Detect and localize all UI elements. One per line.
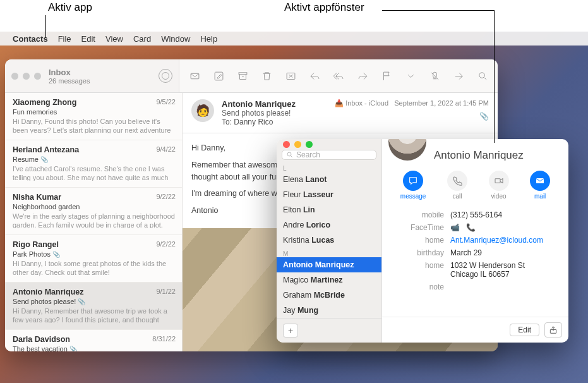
group-header: L (277, 165, 381, 172)
forward-icon[interactable] (356, 70, 369, 82)
mailbox-count: 26 messages (49, 77, 90, 85)
detail-row: birthdayMarch 29 (382, 246, 560, 259)
message-date: September 1, 2022 at 1:45 PM (394, 99, 489, 107)
svg-rect-6 (495, 179, 500, 183)
detail-row: mobile(312) 555-6164 (382, 209, 560, 221)
close-icon[interactable] (11, 73, 18, 80)
search-placeholder: Search (296, 150, 320, 159)
annotation-line (382, 10, 495, 11)
close-icon[interactable] (283, 141, 290, 148)
call-action[interactable]: call (447, 171, 467, 200)
message-subject: Send photos please! (222, 109, 489, 118)
add-contact-button[interactable]: + (283, 324, 298, 337)
junk-icon[interactable] (284, 70, 297, 82)
contact-row[interactable]: Elena Lanot (277, 172, 381, 187)
contact-row[interactable]: Kristina Lucas (277, 233, 381, 248)
annotation-line (494, 10, 495, 143)
zoom-icon[interactable] (306, 141, 313, 148)
video-action[interactable]: video (489, 171, 509, 200)
contact-avatar (388, 139, 426, 161)
zoom-icon[interactable] (34, 73, 41, 80)
contact-row[interactable]: Elton Lin (277, 202, 381, 217)
mute-icon[interactable] (428, 70, 441, 82)
flag-icon[interactable] (380, 70, 393, 82)
message-to: Danny Rico (234, 118, 273, 126)
archive-icon[interactable] (236, 70, 249, 82)
annotation-active-app: Aktiv app (48, 1, 92, 14)
message-list[interactable]: Xiaomeng Zhong9/5/22Fun memoriesHi Danny… (5, 93, 183, 351)
compose-icon[interactable] (212, 70, 225, 82)
envelope-icon[interactable] (188, 70, 201, 82)
message-action[interactable]: message (400, 171, 426, 200)
search-icon[interactable] (476, 70, 489, 82)
attachment-icon: 📎 (479, 112, 489, 121)
contacts-window[interactable]: Search LElena LanotFleur LasseurElton Li… (277, 139, 568, 343)
sender-avatar: 🧑 (191, 99, 214, 122)
trash-icon[interactable] (260, 70, 273, 82)
contact-row[interactable]: Magico Martinez (277, 272, 381, 288)
detail-row: home1032 W Henderson StChicago IL 60657 (382, 259, 560, 281)
contact-row[interactable]: Graham McBride (277, 288, 381, 303)
list-item[interactable]: Darla Davidson8/31/22The best vacation📎R… (5, 330, 182, 351)
annotation-line (45, 15, 46, 38)
to-label: To: (222, 118, 232, 126)
contact-row[interactable]: Andre Lorico (277, 217, 381, 233)
detail-row: note (382, 281, 560, 293)
list-item[interactable]: Rigo Rangel9/2/22Park Photos📎Hi Danny, I… (5, 235, 182, 283)
contact-name: Antonio Manriquez (434, 149, 568, 162)
svg-point-5 (287, 152, 291, 156)
search-input[interactable]: Search (282, 150, 376, 160)
share-icon[interactable] (544, 322, 562, 337)
minimize-icon[interactable] (294, 141, 301, 148)
svg-point-4 (479, 72, 484, 78)
edit-button[interactable]: Edit (510, 324, 539, 336)
detail-row: homeAnt.Manriquez@icloud.com (382, 234, 560, 246)
contact-row[interactable]: Jay Mung (277, 303, 381, 318)
list-item[interactable]: Herland Antezana9/4/22Resume📎I've attach… (5, 140, 182, 188)
mail-action[interactable]: mail (530, 171, 550, 200)
mailbox-title: Inbox (49, 68, 90, 77)
chevron-down-icon[interactable] (404, 70, 417, 82)
more-icon[interactable] (452, 70, 465, 82)
group-header: M (277, 250, 381, 257)
filter-icon[interactable] (159, 69, 172, 83)
list-item[interactable]: Nisha Kumar9/2/22Neighborhood gardenWe'r… (5, 188, 182, 235)
list-item[interactable]: Xiaomeng Zhong9/5/22Fun memoriesHi Danny… (5, 93, 182, 140)
message-folder: Inbox - iCloud (345, 99, 388, 107)
desktop: Contacts File Edit View Card Window Help… (0, 32, 588, 383)
reply-all-icon[interactable] (332, 70, 345, 82)
contact-row[interactable]: Fleur Lasseur (277, 187, 381, 202)
svg-rect-7 (536, 178, 544, 183)
svg-rect-0 (191, 73, 199, 79)
annotation-active-window: Aktivt appfönster (284, 1, 364, 14)
svg-rect-2 (239, 72, 247, 74)
contact-row[interactable]: Antonio Manriquez (277, 257, 381, 272)
mail-traffic-lights[interactable] (11, 73, 41, 80)
reply-icon[interactable] (308, 70, 321, 82)
detail-row: FaceTime📹 📞 (382, 221, 560, 234)
minimize-icon[interactable] (23, 73, 30, 80)
list-item[interactable]: Antonio Manriquez9/1/22Send photos pleas… (5, 283, 182, 330)
